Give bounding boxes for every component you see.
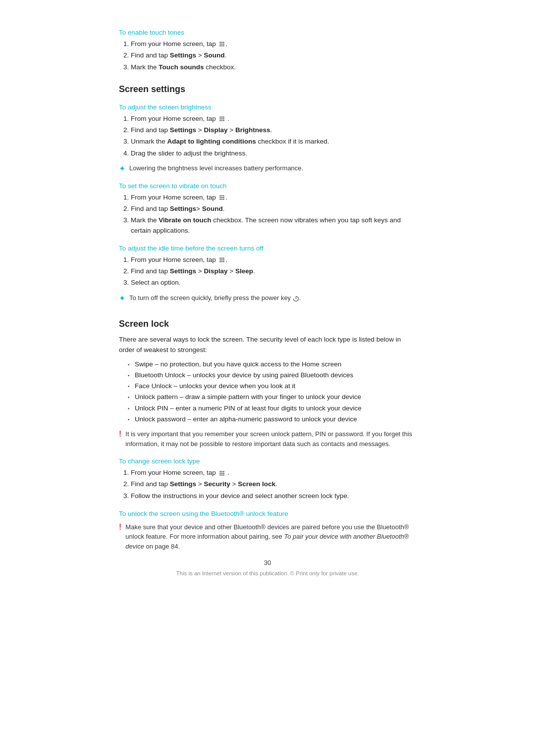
svg-point-8: [223, 46, 224, 47]
idle-time-heading: To adjust the idle time before the scree…: [119, 245, 416, 252]
svg-point-43: [223, 472, 224, 474]
tip-text: Lowering the brightness level increases …: [129, 163, 303, 173]
svg-point-0: [219, 42, 221, 44]
brightness-section: To adjust the screen brightness From you…: [119, 103, 416, 173]
page-number: 30: [119, 559, 416, 566]
tip-icon: ✦: [119, 294, 125, 303]
warning-icon: !: [119, 430, 121, 439]
step-item: Find and tap Settings> Sound.: [131, 204, 416, 214]
step-item: From your Home screen, tap .: [131, 39, 416, 49]
screen-lock-heading: Screen lock: [119, 319, 416, 329]
step-item: Unmark the Adapt to lighting conditions …: [131, 137, 416, 147]
bluetooth-unlock-warning: ! Make sure that your device and other B…: [119, 522, 416, 552]
brightness-steps: From your Home screen, tap . F: [131, 114, 416, 158]
svg-point-45: [221, 474, 222, 476]
svg-point-44: [219, 474, 221, 476]
enable-touch-tones-steps: From your Home screen, tap . Fi: [131, 39, 416, 72]
step-item: Find and tap Settings > Sound.: [131, 50, 416, 60]
svg-point-1: [221, 42, 222, 44]
vibrate-heading: To set the screen to vibrate on touch: [119, 182, 416, 190]
tip-text: To turn off the screen quickly, briefly …: [129, 293, 301, 303]
svg-point-22: [221, 197, 222, 199]
step-item: Find and tap Settings > Security > Scree…: [131, 479, 416, 489]
svg-point-20: [223, 195, 224, 197]
warning-text: It is very important that you remember y…: [125, 429, 416, 449]
lock-types-list: Swipe – no protection, but you have quic…: [128, 359, 416, 425]
grid-icon: [218, 194, 225, 201]
svg-point-7: [221, 46, 222, 47]
svg-point-21: [219, 197, 221, 199]
svg-point-6: [219, 46, 221, 47]
change-lock-type-steps: From your Home screen, tap: [131, 468, 416, 501]
list-item: Bluetooth Unlock – unlocks your device b…: [128, 370, 416, 380]
svg-point-26: [223, 199, 224, 200]
svg-point-4: [221, 44, 222, 45]
idle-time-section: To adjust the idle time before the scree…: [119, 245, 416, 303]
grid-icon: [218, 41, 225, 48]
idle-time-tip: ✦ To turn off the screen quickly, briefl…: [119, 293, 416, 303]
change-lock-type-heading: To change screen lock type: [119, 457, 416, 465]
brightness-tip: ✦ Lowering the brightness level increase…: [119, 163, 416, 173]
screen-lock-description: There are several ways to lock the scree…: [119, 334, 416, 355]
step-item: Find and tap Settings > Display > Sleep.: [131, 266, 416, 276]
step-item: Mark the Touch sounds checkbox.: [131, 62, 416, 72]
vibrate-steps: From your Home screen, tap . Fi: [131, 193, 416, 236]
svg-point-9: [219, 116, 221, 118]
vibrate-section: To set the screen to vibrate on touch Fr…: [119, 182, 416, 236]
svg-point-16: [221, 120, 222, 121]
bluetooth-unlock-section: To unlock the screen using the Bluetooth…: [119, 510, 416, 552]
svg-point-35: [223, 261, 224, 262]
svg-point-2: [223, 42, 224, 44]
bluetooth-unlock-heading: To unlock the screen using the Bluetooth…: [119, 510, 416, 517]
grid-icon: [218, 256, 225, 263]
svg-point-23: [223, 197, 224, 199]
idle-time-steps: From your Home screen, tap . Fi: [131, 255, 416, 288]
svg-point-19: [221, 195, 222, 197]
svg-point-28: [221, 257, 222, 259]
svg-point-41: [219, 472, 221, 474]
enable-touch-tones-heading: To enable touch tones: [119, 29, 416, 36]
list-item: Unlock pattern – draw a simple pattern w…: [128, 392, 416, 402]
svg-point-3: [219, 44, 221, 45]
step-item: Drag the slider to adjust the brightness…: [131, 149, 416, 158]
svg-point-14: [223, 118, 224, 120]
bluetooth-warning-text: Make sure that your device and other Blu…: [125, 522, 416, 552]
svg-point-5: [223, 44, 224, 45]
svg-point-42: [221, 472, 222, 474]
page-content: To enable touch tones From your Home scr…: [89, 0, 446, 616]
svg-point-11: [223, 116, 224, 118]
screen-settings-heading: Screen settings: [119, 84, 416, 95]
change-lock-type-section: To change screen lock type From your Hom…: [119, 457, 416, 501]
enable-touch-tones-section: To enable touch tones From your Home scr…: [119, 29, 416, 72]
svg-point-46: [223, 474, 224, 476]
svg-point-34: [221, 261, 222, 262]
step-item: Follow the instructions in your device a…: [131, 491, 416, 501]
svg-point-30: [219, 259, 221, 261]
step-item: From your Home screen, tap .: [131, 193, 416, 202]
warning-icon: !: [119, 523, 121, 532]
svg-point-31: [221, 259, 222, 261]
step-item: Mark the Vibrate on touch checkbox. The …: [131, 215, 416, 236]
svg-point-27: [219, 257, 221, 259]
svg-point-10: [221, 116, 222, 118]
svg-point-24: [219, 199, 221, 200]
svg-point-12: [219, 118, 221, 120]
svg-point-33: [219, 261, 221, 262]
tip-icon: ✦: [119, 164, 125, 173]
power-icon: [293, 295, 299, 302]
svg-point-17: [223, 120, 224, 121]
svg-point-13: [221, 118, 222, 120]
step-item: From your Home screen, tap: [131, 468, 416, 478]
svg-point-40: [223, 471, 224, 472]
list-item: Swipe – no protection, but you have quic…: [128, 359, 416, 369]
screen-lock-warning: ! It is very important that you remember…: [119, 429, 416, 449]
step-item: From your Home screen, tap .: [131, 114, 416, 124]
svg-point-15: [219, 120, 221, 121]
list-item: Face Unlock – unlocks your device when y…: [128, 381, 416, 391]
svg-point-25: [221, 199, 222, 200]
svg-point-32: [223, 259, 224, 261]
list-item: Unlock password – enter an alpha-numeric…: [128, 414, 416, 424]
step-item: Select an option.: [131, 278, 416, 288]
svg-point-18: [219, 195, 221, 197]
step-item: From your Home screen, tap .: [131, 255, 416, 265]
